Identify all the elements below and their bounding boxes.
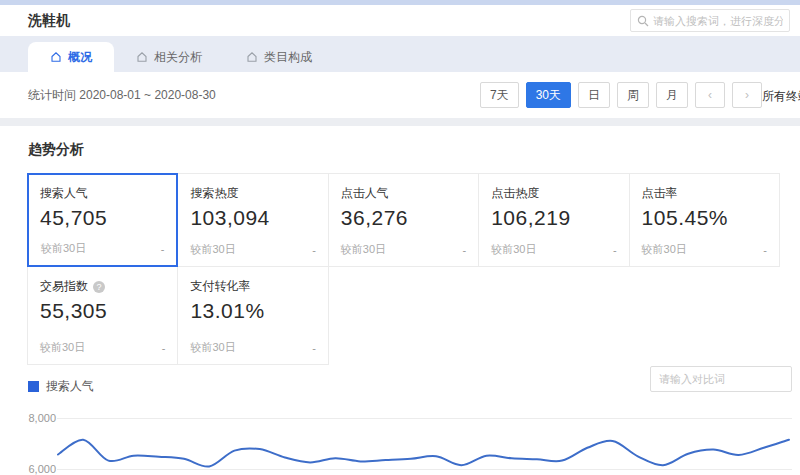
metric-card-1[interactable]: 搜索人气45,705较前30日- (27, 173, 178, 267)
trend-line (58, 440, 789, 467)
range-button-月[interactable]: 月 (656, 82, 688, 108)
tab-label: 类目构成 (264, 49, 312, 66)
compare-delta: - (161, 243, 165, 255)
metric-card-4[interactable]: 点击热度106,219较前30日- (478, 173, 629, 267)
metric-value: 45,705 (40, 206, 165, 230)
compare-delta: - (763, 244, 767, 256)
page-title: 洗鞋机 (28, 12, 70, 30)
y-axis-tick-6000: 6,000 (8, 463, 56, 475)
tab-home-icon (136, 51, 148, 63)
terminal-selector[interactable]: 所有终端 (762, 88, 800, 105)
range-button-日[interactable]: 日 (578, 82, 610, 108)
metric-value: 55,305 (40, 299, 165, 323)
empty-grid-cell (328, 266, 479, 365)
compare-period-label: 较前30日 (341, 242, 386, 257)
chart-header: 搜索人气 (0, 372, 800, 402)
search-icon (637, 15, 649, 27)
metric-value: 36,276 (341, 206, 466, 230)
compare-period-label: 较前30日 (41, 241, 86, 256)
metric-card-7[interactable]: 支付转化率13.01%较前30日- (177, 266, 328, 365)
date-range-group: 7天30天日周月‹› (480, 82, 762, 108)
compare-period-label: 较前30日 (491, 242, 536, 257)
metric-value: 103,094 (190, 206, 315, 230)
range-button-30天[interactable]: 30天 (526, 82, 571, 108)
compare-delta: - (613, 244, 617, 256)
chart-plot-area[interactable] (57, 404, 792, 475)
header: 洗鞋机 (0, 5, 800, 36)
metric-card-6[interactable]: 交易指数?55,305较前30日- (27, 266, 178, 365)
metric-card-5[interactable]: 点击率105.45%较前30日- (629, 173, 780, 267)
section-title: 趋势分析 (0, 126, 800, 159)
info-icon[interactable]: ? (93, 281, 105, 293)
metric-cards: 搜索人气45,705较前30日-搜索热度103,094较前30日-点击人气36,… (28, 174, 780, 360)
next-period-button[interactable]: › (732, 82, 762, 108)
empty-grid-cell (478, 266, 629, 365)
metric-card-3[interactable]: 点击人气36,276较前30日- (328, 173, 479, 267)
metric-label: 点击率 (642, 185, 678, 202)
metric-label: 搜索人气 (40, 185, 88, 202)
compare-period-label: 较前30日 (40, 340, 85, 355)
range-button-7天[interactable]: 7天 (480, 82, 519, 108)
compare-word-box[interactable] (650, 366, 792, 392)
metric-value: 106,219 (491, 206, 616, 230)
metric-label: 搜索热度 (190, 185, 238, 202)
metric-card-2[interactable]: 搜索热度103,094较前30日- (177, 173, 328, 267)
legend-swatch (28, 381, 39, 392)
metric-label: 支付转化率 (190, 278, 250, 295)
tab-category-composition[interactable]: 类目构成 (224, 42, 334, 72)
compare-period-label: 较前30日 (190, 340, 235, 355)
tab-label: 概况 (68, 49, 92, 66)
keyword-search-box[interactable] (630, 9, 790, 32)
metric-label: 点击热度 (491, 185, 539, 202)
tab-related-analysis[interactable]: 相关分析 (114, 42, 224, 72)
compare-delta: - (463, 244, 467, 256)
toolbar: 统计时间 2020-08-01 ~ 2020-08-30 7天30天日周月‹› … (0, 72, 800, 118)
empty-grid-cell (629, 266, 780, 365)
trend-line-svg (57, 404, 792, 475)
stat-time-label: 统计时间 2020-08-01 ~ 2020-08-30 (28, 87, 216, 104)
chart-legend: 搜索人气 (28, 378, 94, 395)
tab-home-icon (50, 51, 62, 63)
trend-panel: 趋势分析 搜索人气45,705较前30日-搜索热度103,094较前30日-点击… (0, 126, 800, 475)
metric-label: 点击人气 (341, 185, 389, 202)
legend-label: 搜索人气 (46, 378, 94, 395)
metric-value: 105.45% (642, 206, 767, 230)
tab-bar: 概况相关分析类目构成 (0, 36, 800, 72)
trend-chart: 8,000 6,000 (0, 404, 800, 475)
compare-word-input[interactable] (659, 373, 783, 385)
compare-delta: - (312, 244, 316, 256)
tab-overview[interactable]: 概况 (28, 42, 114, 72)
metric-label: 交易指数 (40, 278, 88, 295)
tab-label: 相关分析 (154, 49, 202, 66)
compare-delta: - (162, 342, 166, 354)
search-input[interactable] (653, 15, 783, 27)
compare-period-label: 较前30日 (190, 242, 235, 257)
range-button-周[interactable]: 周 (617, 82, 649, 108)
compare-delta: - (312, 342, 316, 354)
y-axis-tick-8000: 8,000 (8, 412, 56, 424)
metric-value: 13.01% (190, 299, 315, 323)
page: 洗鞋机 概况相关分析类目构成 统计时间 2020-08-01 ~ 2020-08… (0, 0, 800, 475)
prev-period-button[interactable]: ‹ (695, 82, 725, 108)
tab-home-icon (246, 51, 258, 63)
compare-period-label: 较前30日 (642, 242, 687, 257)
